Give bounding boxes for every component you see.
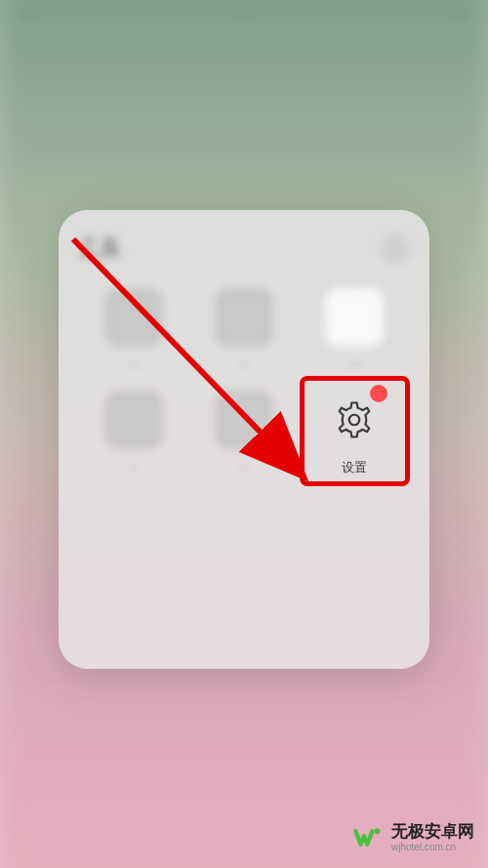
svg-point-3 — [375, 828, 381, 834]
app-icon-2 — [215, 288, 273, 347]
app-folder-panel: 工具 ·· ·· ··· ·· ·· — [59, 210, 429, 669]
watermark-logo-icon — [352, 821, 386, 854]
app-grid: ·· ·· ··· ·· ·· — [78, 288, 410, 476]
folder-title: 工具 — [78, 234, 121, 264]
app-icon-3 — [325, 288, 384, 347]
watermark: 无极安卓网 wjhotel.com.cn — [352, 821, 474, 854]
app-label: ··· — [349, 356, 360, 371]
app-item-5[interactable]: ·· — [193, 391, 294, 476]
app-icon-5 — [215, 391, 273, 449]
folder-menu-button[interactable] — [381, 234, 410, 264]
app-item-1[interactable]: ·· — [83, 288, 183, 371]
app-label: ·· — [130, 459, 137, 474]
status-right: · · · — [451, 8, 468, 22]
app-item-2[interactable]: ·· — [193, 288, 294, 371]
app-label: ·· — [130, 356, 137, 371]
app-icon-4 — [104, 391, 163, 449]
status-left: · · · — [20, 8, 37, 22]
watermark-url: wjhotel.com.cn — [391, 842, 474, 852]
status-time: · · · — [235, 8, 253, 22]
app-item-3[interactable]: ··· — [305, 288, 405, 371]
app-label: ·· — [240, 356, 247, 371]
status-bar: · · · · · · · · · — [0, 0, 488, 29]
app-item-4[interactable]: ·· — [83, 391, 183, 476]
app-icon-1 — [104, 288, 163, 347]
highlight-box — [300, 376, 410, 486]
app-label: ·· — [240, 459, 247, 474]
app-item-settings[interactable]: 设置 — [305, 391, 405, 476]
watermark-name: 无极安卓网 — [391, 823, 474, 842]
